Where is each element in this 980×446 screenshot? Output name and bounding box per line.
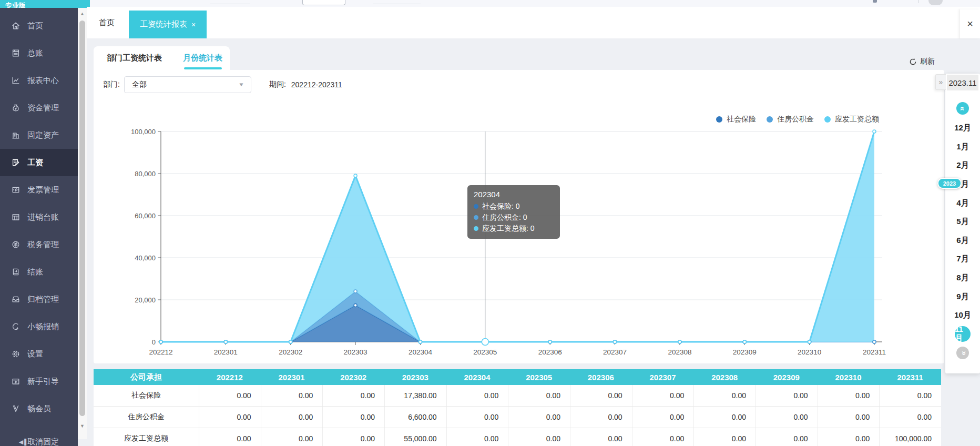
table-value-cell: 0.00 — [632, 407, 694, 428]
tab-home[interactable]: 首页 — [99, 7, 115, 38]
sidebar-unpin-button[interactable]: ◀▐ 取消固定 — [0, 434, 78, 446]
chart-legend: 社会保险住房公积金应发工资总额 — [716, 115, 879, 124]
table-value-cell: 0.00 — [446, 385, 508, 406]
legend-item-应发工资总额[interactable]: 应发工资总额 — [824, 115, 879, 124]
tab-bar: 首页 工资统计报表 × × — [87, 7, 980, 38]
sidebar-item-label: 税务管理 — [27, 240, 59, 250]
sidebar-item-label: 归档管理 — [27, 295, 59, 305]
svg-text:202302: 202302 — [279, 348, 302, 356]
svg-text:202307: 202307 — [603, 348, 627, 356]
month-item-12月[interactable]: 12月 — [945, 119, 980, 138]
month-item-1月[interactable]: 1月 — [945, 138, 980, 157]
toolbar-element-partial — [373, 4, 421, 4]
scroll-months-down-button[interactable]: « — [956, 347, 969, 359]
window-close-button[interactable]: × — [959, 9, 980, 38]
month-item-5月[interactable]: 5月 — [945, 212, 980, 231]
sidebar-item-税务管理[interactable]: 税务管理 — [0, 231, 78, 258]
row-label: 应发工资总额 — [94, 428, 199, 446]
refresh-button[interactable]: 刷新 — [909, 57, 935, 66]
sidebar-item-固定资产[interactable]: 固定资产 — [0, 121, 78, 149]
sidebar-item-label: 结账 — [27, 267, 43, 277]
scrollbar-thumb[interactable] — [79, 21, 85, 416]
tax-icon — [11, 240, 21, 249]
sidebar-item-设置[interactable]: 设置 — [0, 340, 78, 368]
table-value-cell: 0.00 — [508, 407, 570, 428]
subtab-card: 部门工资统计表 月份统计表 — [94, 46, 230, 70]
guide-icon — [11, 377, 21, 386]
tab-department-salary[interactable]: 部门工资统计表 — [107, 53, 162, 63]
scrollbar-down-arrow-icon[interactable]: ▼ — [78, 422, 87, 430]
month-item-4月[interactable]: 4月 — [945, 194, 980, 212]
month-item-10月[interactable]: 10月 — [945, 306, 980, 325]
month-item-9月[interactable]: 9月 — [945, 287, 980, 306]
month-item-2月[interactable]: 2月 — [945, 156, 980, 175]
assets-icon — [11, 130, 21, 140]
period-filter-value: 202212-202311 — [291, 80, 342, 89]
department-select-value: 全部 — [132, 80, 147, 89]
svg-text:0: 0 — [152, 338, 156, 346]
sidebar-item-label: 固定资产 — [27, 130, 59, 140]
table-header-cell: 202311 — [879, 369, 941, 385]
toolbar-divider — [918, 0, 919, 3]
sidebar-item-新手引导[interactable]: 新手引导 — [0, 368, 78, 395]
sidebar-item-工资[interactable]: 工资 — [0, 149, 78, 176]
table-row-应发工资总额: 应发工资总额0.000.000.0055,000.000.000.000.000… — [94, 428, 941, 446]
member-icon — [11, 404, 21, 413]
table-header-cell: 202310 — [818, 369, 880, 385]
avatar — [928, 0, 943, 5]
svg-text:60,000: 60,000 — [135, 212, 156, 220]
month-item-7月[interactable]: 7月 — [945, 250, 980, 269]
sidebar-item-资金管理[interactable]: 资金管理 — [0, 94, 78, 121]
month-item-8月[interactable]: 8月 — [945, 269, 980, 288]
table-value-cell: 0.00 — [199, 407, 261, 428]
tab-salary-report[interactable]: 工资统计报表 × — [129, 11, 207, 38]
legend-dot-icon — [767, 116, 773, 123]
sidebar-item-归档管理[interactable]: 归档管理 — [0, 286, 78, 313]
sidebar-item-label: 畅会员 — [27, 404, 51, 414]
table-value-cell: 0.00 — [570, 385, 632, 406]
tab-monthly-stats[interactable]: 月份统计表 — [183, 53, 222, 63]
month-item-11月[interactable]: 11月 — [945, 325, 980, 344]
unpin-icon: ◀▐ — [19, 439, 25, 445]
table-value-cell: 0.00 — [632, 385, 694, 406]
legend-item-社会保险[interactable]: 社会保险 — [716, 115, 756, 124]
sidebar-item-总账[interactable]: 总账 — [0, 39, 78, 67]
table-value-cell: 0.00 — [570, 428, 632, 446]
sidebar-item-结账[interactable]: 结账 — [0, 258, 78, 286]
sidebar-item-畅会员[interactable]: 畅会员 — [0, 395, 78, 422]
sidebar-item-小畅报销[interactable]: 小畅报销 — [0, 313, 78, 340]
legend-item-住房公积金[interactable]: 住房公积金 — [767, 115, 814, 124]
table-value-cell: 0.00 — [693, 428, 756, 446]
table-row-住房公积金: 住房公积金0.000.000.006,600.000.000.000.000.0… — [94, 407, 941, 428]
tab-close-icon[interactable]: × — [191, 21, 196, 29]
sidebar-scrollbar[interactable]: ▲ ▼ — [78, 8, 87, 439]
table-value-cell: 100,000.00 — [879, 428, 941, 446]
svg-text:202311: 202311 — [863, 348, 886, 356]
table-value-cell: 0.00 — [632, 428, 694, 446]
company-burden-table: 公司承担202212202301202302202303202304202305… — [94, 369, 941, 446]
table-value-cell: 0.00 — [322, 428, 384, 446]
month-item-6月[interactable]: 6月 — [945, 231, 980, 250]
table-value-cell: 0.00 — [818, 407, 880, 428]
sidebar-item-报表中心[interactable]: 报表中心 — [0, 67, 78, 94]
department-select[interactable]: 全部 ▼ — [124, 76, 251, 93]
table-row-社会保险: 社会保险0.000.000.0017,380.000.000.000.000.0… — [94, 385, 941, 407]
scroll-months-up-button[interactable]: « — [956, 102, 969, 115]
scrollbar-up-arrow-icon[interactable]: ▲ — [78, 10, 87, 17]
chevrons-down-icon: « — [958, 351, 967, 355]
legend-label: 应发工资总额 — [835, 115, 879, 124]
sidebar-item-发票管理[interactable]: 发票管理 — [0, 176, 78, 204]
legend-dot-icon — [824, 116, 831, 123]
table-value-cell: 0.00 — [322, 407, 384, 428]
salary-area-chart[interactable]: 020,00040,00060,00080,000100,00020221220… — [94, 70, 944, 363]
row-label: 住房公积金 — [94, 407, 199, 428]
unpin-label: 取消固定 — [27, 437, 59, 446]
sidebar-item-进销台账[interactable]: 进销台账 — [0, 204, 78, 231]
svg-text:202304: 202304 — [409, 348, 433, 356]
svg-text:100,000: 100,000 — [131, 128, 156, 136]
table-header-cell: 202305 — [508, 369, 570, 385]
panel-collapse-handle[interactable]: » — [935, 74, 946, 90]
chevrons-right-icon: » — [939, 78, 943, 86]
table-header-cell: 202303 — [384, 369, 446, 385]
sidebar-item-首页[interactable]: 首页 — [0, 12, 78, 39]
